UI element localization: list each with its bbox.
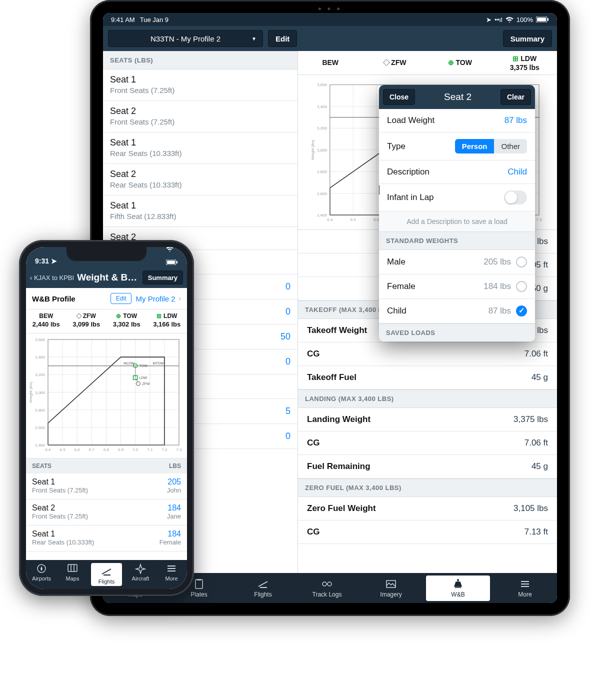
seat-row[interactable]: Seat 1 Front Seats (7.25ft): [103, 70, 298, 101]
seat-row[interactable]: Seat 1 Rear Seats (10.333ft) 184 Female: [26, 526, 187, 552]
seat-name: Jane: [167, 512, 181, 520]
svg-text:2,600: 2,600: [35, 426, 46, 430]
w&b-icon: [452, 578, 464, 590]
tab-aircraft[interactable]: Aircraft: [125, 560, 156, 589]
svg-text:MLDW: MLDW: [124, 362, 134, 365]
svg-text:2,800: 2,800: [317, 170, 328, 174]
seat-weight: 205: [167, 478, 181, 486]
row-value: 7.13 ft: [524, 527, 548, 537]
svg-text:ZFW: ZFW: [142, 382, 150, 386]
seat-subtitle: Front Seats (7.25ft): [32, 512, 88, 520]
seat-row[interactable]: Seat 2 Front Seats (7.25ft) 184 Jane: [26, 500, 187, 526]
type-option-person[interactable]: Person: [455, 139, 494, 154]
svg-text:6.7: 6.7: [89, 448, 95, 452]
summary-row: Landing Weight 3,375 lbs: [298, 408, 557, 432]
seat-weight: 184: [167, 504, 181, 512]
radio-button[interactable]: [516, 281, 527, 292]
standard-name: Female: [387, 282, 416, 292]
tab-more[interactable]: More: [156, 560, 187, 589]
tab-maps[interactable]: Maps: [57, 560, 88, 589]
svg-text:6.6: 6.6: [74, 448, 80, 452]
seat-subtitle: Front Seats (7.25ft): [32, 486, 88, 494]
standard-weight-row[interactable]: Male 205 lbs: [379, 250, 535, 274]
edit-button[interactable]: Edit: [110, 293, 132, 304]
row-label: CG: [307, 527, 320, 537]
summary-ldw: ⊞ LDW3,375 lbs: [492, 54, 558, 72]
radio-button[interactable]: [516, 256, 527, 268]
profile-row[interactable]: W&B Profile Edit My Profile 2 ›: [26, 288, 187, 310]
summary-button[interactable]: Summary: [503, 30, 552, 47]
iphone-tabbar: Airports Maps Flights Aircraft More: [26, 560, 187, 589]
description-value: Child: [508, 167, 527, 177]
seat-row[interactable]: Seat 1 Front Seats (7.25ft) 205 John: [26, 474, 187, 500]
summary-bew: BEW2,440 lbs: [26, 312, 66, 328]
tab-airports[interactable]: Airports: [26, 560, 57, 589]
profile-dropdown[interactable]: N33TN - My Profile 2: [108, 30, 263, 47]
svg-text:7.0: 7.0: [132, 448, 138, 452]
summary-bar: BEW ZFW ⊕ TOW ⊞ LDW3,375 lbs: [298, 51, 557, 75]
tab-label: More: [518, 591, 532, 598]
ipad-header: N33TN - My Profile 2 Edit Summary: [103, 26, 557, 51]
svg-text:LDW: LDW: [140, 376, 148, 380]
tab-flights[interactable]: Flights: [91, 563, 122, 586]
infant-toggle[interactable]: [504, 190, 527, 204]
summary-row: Fuel Remaining 45 g: [298, 455, 557, 478]
svg-rect-56: [167, 260, 175, 264]
seat-row[interactable]: Seat 1 Fifth Seat (12.833ft): [103, 196, 298, 227]
description-row[interactable]: Description Child: [379, 160, 535, 184]
seat-subtitle: Rear Seats (10.333ft): [32, 538, 94, 546]
seat-subtitle: Rear Seats (10.333ft): [110, 180, 290, 189]
item-value: 5: [286, 406, 290, 416]
svg-text:7.3: 7.3: [176, 448, 182, 452]
tab-more[interactable]: More: [493, 576, 557, 601]
item-value: 50: [280, 332, 290, 342]
standard-weight-row[interactable]: Child 87 lbs: [379, 299, 535, 324]
aircraft-icon: [134, 563, 146, 574]
svg-text:6.5: 6.5: [60, 448, 66, 452]
page-title: Weight & Bala...: [77, 272, 140, 283]
seat-title: Seat 1: [110, 74, 290, 85]
tab-label: Plates: [190, 591, 207, 598]
svg-text:3,000: 3,000: [317, 148, 328, 152]
svg-text:2,400: 2,400: [317, 213, 328, 218]
load-weight-label: Load Weight: [387, 116, 434, 126]
maps-icon: [66, 563, 78, 574]
standard-weight: 184 lbs: [484, 282, 511, 292]
summary-tow: ⊕ TOW3,302 lbs: [106, 312, 147, 328]
iphone-frame: 9:31 ➤ ıll ‹ KJAX to KPBI Weight & Bala.…: [19, 240, 194, 596]
section-header: ZERO FUEL (MAX 3,400 LBS): [298, 478, 557, 497]
seat-row[interactable]: Seat 2 Rear Seats (10.333ft): [103, 164, 298, 196]
tab-w&b[interactable]: W&B: [426, 576, 490, 601]
seat-row[interactable]: Seat 2 Front Seats (7.25ft): [103, 101, 298, 132]
radio-button[interactable]: [516, 306, 527, 316]
type-segmented[interactable]: Person Other: [455, 139, 527, 154]
clear-button[interactable]: Clear: [500, 89, 531, 105]
summary-row: Zero Fuel Weight 3,105 lbs: [298, 497, 557, 520]
seat-row[interactable]: Seat 1 Rear Seats (10.333ft): [103, 132, 298, 164]
summary-zfw: ZFW: [363, 58, 428, 68]
svg-point-54: [457, 579, 459, 581]
imagery-icon: [385, 578, 397, 590]
row-label: Landing Weight: [307, 414, 370, 424]
svg-text:Weight (lbs): Weight (lbs): [310, 140, 315, 160]
iphone-status-icons: ıll: [166, 247, 178, 265]
battery-percent: 100%: [516, 16, 533, 24]
tab-imagery[interactable]: Imagery: [359, 576, 423, 601]
type-option-other[interactable]: Other: [494, 139, 527, 154]
close-button[interactable]: Close: [383, 89, 415, 105]
back-button[interactable]: ‹ KJAX to KPBI: [30, 274, 74, 282]
svg-rect-104: [68, 564, 77, 572]
standard-weight-row[interactable]: Female 184 lbs: [379, 274, 535, 299]
svg-text:2,400: 2,400: [35, 443, 46, 448]
tab-track logs[interactable]: Track Logs: [295, 576, 359, 601]
svg-text:6.5: 6.5: [350, 218, 356, 222]
seat-title: Seat 1: [32, 530, 94, 538]
svg-point-51: [322, 582, 326, 586]
seat-title: Seat 2: [110, 106, 290, 116]
row-label: Takeoff Fuel: [307, 372, 356, 382]
edit-button[interactable]: Edit: [268, 30, 297, 47]
flights-icon: [257, 578, 269, 590]
summary-button[interactable]: Summary: [142, 270, 183, 284]
load-weight-row[interactable]: Load Weight 87 lbs: [379, 109, 535, 132]
tab-flights[interactable]: Flights: [231, 576, 295, 601]
